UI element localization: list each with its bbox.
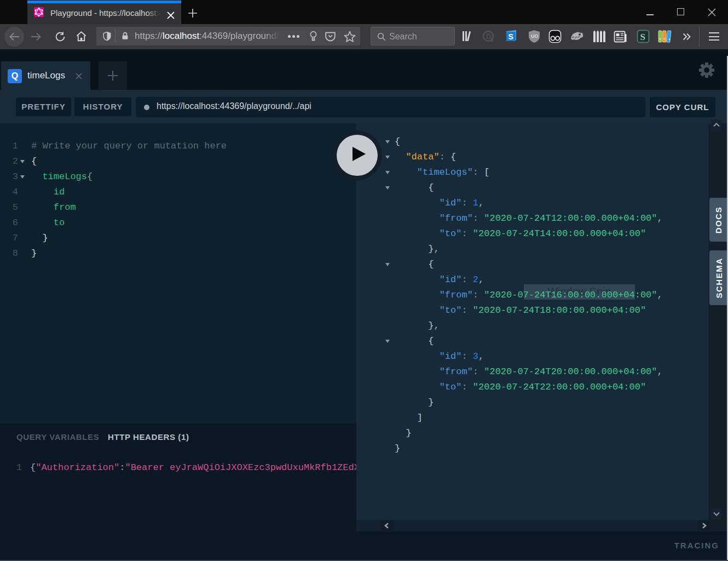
svg-text:S: S bbox=[640, 32, 645, 42]
svg-text:UO: UO bbox=[531, 33, 539, 39]
svg-text:D: D bbox=[486, 32, 491, 41]
svg-text:S: S bbox=[509, 32, 513, 41]
